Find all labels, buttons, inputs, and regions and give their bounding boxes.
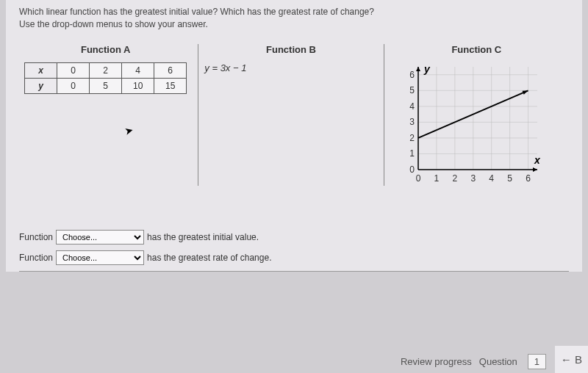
cursor-icon: ➤ — [123, 124, 135, 138]
question-number-box: 1 — [528, 354, 546, 369]
function-b-equation: y = 3x − 1 — [204, 62, 377, 73]
svg-text:3: 3 — [409, 117, 415, 127]
question-prompt: Which linear function has the greatest i… — [19, 6, 569, 31]
answer-suffix: has the greatest rate of change. — [147, 253, 271, 263]
svg-text:5: 5 — [409, 85, 415, 95]
svg-text:0: 0 — [415, 173, 420, 184]
svg-text:5: 5 — [507, 173, 512, 184]
svg-text:x: x — [534, 154, 541, 166]
question-label: Question — [479, 356, 517, 367]
table-row: x 0 2 4 6 — [25, 62, 187, 78]
svg-text:4: 4 — [409, 101, 415, 111]
svg-marker-30 — [416, 67, 420, 71]
function-a-table: x 0 2 4 6 y 0 5 10 15 — [24, 62, 187, 94]
svg-text:4: 4 — [489, 173, 494, 184]
answer-label: Function — [19, 253, 53, 263]
function-b-column: Function B y = 3x − 1 — [204, 44, 384, 186]
svg-marker-33 — [522, 90, 528, 94]
svg-text:6: 6 — [409, 69, 415, 79]
function-c-chart: 01234560123456yx — [398, 62, 545, 186]
review-progress-link[interactable]: Review progress — [401, 356, 472, 367]
function-c-column: Function C 01234560123456yx — [390, 44, 569, 186]
svg-text:2: 2 — [409, 133, 415, 143]
answer-label: Function — [19, 232, 53, 242]
answer-suffix: has the greatest initial value. — [147, 232, 259, 242]
back-button[interactable]: ← B — [555, 346, 588, 373]
dropdown-rate-change[interactable]: Choose... — [56, 250, 144, 265]
svg-text:0: 0 — [409, 164, 415, 175]
dropdown-initial-value[interactable]: Choose... — [56, 230, 144, 245]
svg-text:y: y — [423, 63, 431, 75]
svg-text:1: 1 — [434, 173, 439, 184]
function-c-title: Function C — [390, 44, 563, 55]
function-a-column: Function A x 0 2 4 6 y 0 5 10 15 ➤ — [19, 44, 198, 186]
svg-marker-31 — [533, 167, 537, 172]
table-row: y 0 5 10 15 — [25, 78, 187, 93]
svg-text:1: 1 — [409, 148, 415, 159]
svg-text:3: 3 — [470, 173, 476, 184]
svg-text:2: 2 — [452, 173, 457, 184]
function-b-title: Function B — [204, 44, 377, 55]
svg-text:6: 6 — [526, 173, 531, 184]
function-a-title: Function A — [19, 44, 192, 55]
